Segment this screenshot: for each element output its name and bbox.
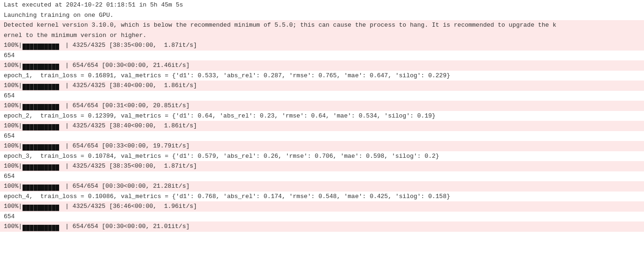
terminal-line: 654 xyxy=(0,51,644,61)
terminal-line: epoch_3, train_loss = 0.10784, val_metri… xyxy=(0,151,644,162)
terminal-line: Launching training on one GPU. xyxy=(0,10,644,21)
terminal-line: Last executed at 2024-10-22 01:18:51 in … xyxy=(0,0,644,10)
terminal-line: 100%|██████████| 4325/4325 [38:35<00:00,… xyxy=(0,161,644,171)
terminal-line: 654 xyxy=(0,131,644,141)
terminal-line: 100%|██████████| 4325/4325 [36:46<00:00,… xyxy=(0,201,644,212)
progress-bar: ██████████ xyxy=(23,163,65,169)
progress-bar: ██████████ xyxy=(23,63,65,68)
progress-bar: ██████████ xyxy=(23,123,65,129)
terminal-line: 100%|██████████| 4325/4325 [38:35<00:00,… xyxy=(0,40,644,51)
progress-bar: ██████████ xyxy=(23,184,65,189)
progress-bar: ██████████ xyxy=(23,204,65,209)
terminal-line: 100%|██████████| 654/654 [00:30<00:00, 2… xyxy=(0,181,644,192)
terminal-line: 100%|██████████| 4325/4325 [38:40<00:00,… xyxy=(0,121,644,131)
progress-bar: ██████████ xyxy=(23,83,65,88)
terminal-line: Detected kernel version 3.10.0, which is… xyxy=(0,20,644,30)
terminal-line: 654 xyxy=(0,91,644,101)
progress-bar: ██████████ xyxy=(23,224,65,229)
terminal-line: 100%|██████████| 654/654 [00:33<00:00, 1… xyxy=(0,141,644,151)
terminal-line: 654 xyxy=(0,212,644,222)
terminal-line: 100%|██████████| 654/654 [00:31<00:00, 2… xyxy=(0,101,644,111)
terminal-line: ernel to the minimum version or higher. xyxy=(0,30,644,41)
terminal-line: 100%|██████████| 654/654 [00:30<00:00, 2… xyxy=(0,221,644,232)
progress-bar: ██████████ xyxy=(23,143,65,149)
terminal-line: 100%|██████████| 4325/4325 [38:40<00:00,… xyxy=(0,81,644,91)
terminal-line: epoch_2, train_loss = 0.12399, val_metri… xyxy=(0,111,644,121)
terminal-line: epoch_1, train_loss = 0.16891, val_metri… xyxy=(0,71,644,81)
progress-bar: ██████████ xyxy=(23,43,65,48)
terminal-output: Last executed at 2024-10-22 01:18:51 in … xyxy=(0,0,644,258)
terminal-line: 100%|██████████| 654/654 [00:30<00:00, 2… xyxy=(0,60,644,71)
progress-bar: ██████████ xyxy=(23,103,65,109)
terminal-line: epoch_4, train_loss = 0.10086, val_metri… xyxy=(0,192,644,202)
terminal-line: 654 xyxy=(0,171,644,182)
